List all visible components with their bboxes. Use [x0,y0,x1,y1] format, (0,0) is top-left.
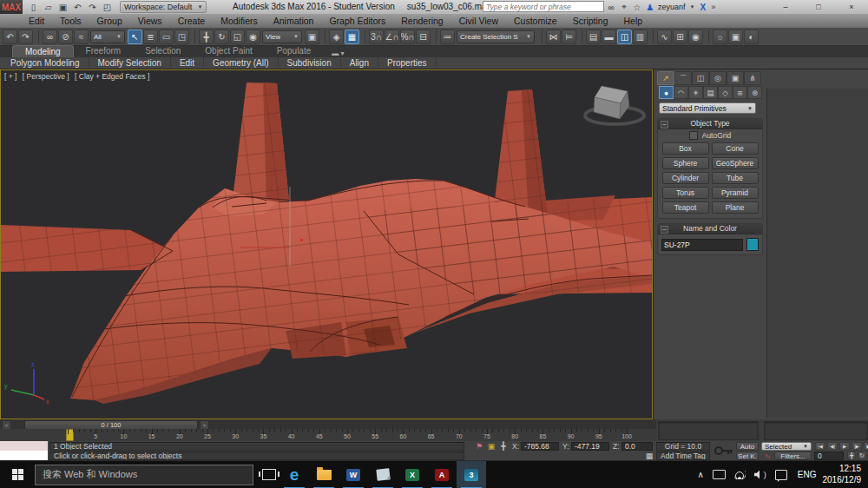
previous-frame-button[interactable]: ◀| [827,442,838,451]
scene-explorer-icon[interactable]: ◫ [617,30,632,44]
utilities-tab[interactable]: ⋔ [744,71,761,85]
open-file-icon[interactable]: ▱ [42,1,55,13]
filters-button[interactable]: Filters... [774,452,812,460]
autogrid-checkbox[interactable] [689,131,698,140]
motion-tab[interactable]: ◎ [709,71,727,85]
ribbon-section[interactable]: Subdivision [279,57,341,69]
timeline-ruler[interactable]: 5101520253035404550556065707580859095100 [0,429,656,442]
keyboard-override-icon[interactable]: ▦ [345,30,359,44]
bind-to-space-warp-icon[interactable]: ≈ [74,30,89,44]
layer-explorer-icon[interactable]: ▥ [633,30,648,44]
clock[interactable]: 12:15 2016/12/9 [823,464,862,485]
z-coordinate-field[interactable]: 0.0 [621,442,653,451]
add-time-tag[interactable]: Add Time Tag [656,452,710,460]
taskbar-excel[interactable]: X [398,461,427,488]
cameras-category[interactable]: ▤ [703,86,718,99]
primitive-button[interactable]: Cone [712,142,759,155]
transform-typein-icon[interactable]: ╋ [498,442,509,451]
object-color-swatch[interactable] [746,238,759,251]
su35-model[interactable]: z y x [1,70,652,419]
volume-icon[interactable]: ) [754,471,766,479]
ribbon-section[interactable]: Align [341,57,378,69]
select-object-icon[interactable]: ↖ [128,30,142,44]
align-icon[interactable]: ⊨ [562,30,576,44]
start-button[interactable] [0,461,35,488]
maxscript-mini-listener-white[interactable] [0,451,48,460]
collapse-icon[interactable]: – [661,121,668,129]
set-key-button[interactable]: Set K. [736,452,759,460]
auto-key-button[interactable]: Auto [736,442,759,451]
minimize-button[interactable]: – [769,0,802,14]
spinner-snap-icon[interactable]: ⊟ [416,30,431,44]
ribbon-section[interactable]: Modify Selection [89,57,171,69]
shapes-category[interactable]: ◠ [674,86,688,99]
menu-item[interactable]: Graph Editors [321,14,393,28]
curve-editor-icon[interactable]: ∿ [657,30,672,44]
use-pivot-center-icon[interactable]: ▣ [305,30,319,44]
ribbon-section[interactable]: Edit [171,57,204,69]
taskbar-3dsmax[interactable]: 3 [457,461,486,488]
render-production-icon[interactable]: ◐ [744,30,759,44]
percent-snap-icon[interactable]: %∩ [400,30,415,44]
hierarchy-tab[interactable]: ◫ [692,71,709,85]
select-and-link-icon[interactable]: ∞ [43,30,57,44]
graphite-ribbon-icon[interactable]: ▬ [602,30,616,44]
redo-icon[interactable]: ↷ [86,1,99,13]
viewport-menu-view[interactable]: [ Perspective ] [23,72,69,81]
play-button[interactable]: ▶ [839,442,850,451]
ribbon-section[interactable]: Polygon Modeling [2,57,89,69]
language-indicator[interactable]: ENG [798,470,817,479]
menu-item[interactable]: Views [130,14,170,28]
menu-item[interactable]: Animation [266,14,322,28]
task-view-button[interactable] [259,461,279,488]
taskbar-edge[interactable]: e [279,461,309,488]
action-center-icon[interactable] [775,470,787,480]
geometry-category[interactable]: ● [659,86,674,99]
menu-item[interactable]: Rendering [393,14,450,28]
favorites-icon[interactable]: ☆ [631,1,643,13]
wifi-icon[interactable] [734,471,746,479]
pan-icon[interactable]: ╋ [847,452,856,460]
tray-chevron-icon[interactable]: ∧ [698,470,704,479]
communication-center-icon[interactable]: ⌖ [618,1,630,13]
menu-item[interactable]: Scripting [565,14,616,28]
close-button[interactable]: × [835,0,868,14]
render-setup-icon[interactable]: ☼ [713,30,727,44]
viewport-menu-plus[interactable]: [ + ] [4,72,16,81]
object-type-rollout-header[interactable]: – Object Type [658,119,762,129]
helpers-category[interactable]: ◇ [718,86,733,99]
primitive-button[interactable]: Sphere [662,157,709,169]
signed-in-user[interactable]: zeyuanf [658,3,686,11]
menu-item[interactable]: Tools [52,14,89,28]
ribbon-tab[interactable]: Populate [265,45,323,57]
ribbon-tab[interactable]: Modeling [12,45,74,57]
rendered-frame-icon[interactable]: ▣ [728,30,743,44]
selection-filter-dropdown[interactable]: All▼ [90,30,125,43]
time-tag-icon[interactable]: ▦ [644,452,654,460]
maxscript-mini-listener-pink[interactable] [0,441,48,451]
toolbar-overflow-icon[interactable]: » [711,3,715,11]
taskbar-word[interactable]: W [339,461,368,488]
select-and-rotate-icon[interactable]: ↻ [214,30,229,44]
taskbar-notes[interactable] [368,461,398,488]
primitive-category-dropdown[interactable]: Standard Primitives▼ [659,102,756,114]
menu-item[interactable]: Modifiers [213,14,266,28]
taskbar-file-explorer[interactable] [309,461,339,488]
selection-lock-icon[interactable]: ▣ [486,442,496,451]
new-scene-icon[interactable]: ▯ [27,1,40,13]
viewcube[interactable] [585,86,644,124]
orbit-icon[interactable]: ↻ [858,452,866,460]
infocenter-search-input[interactable] [483,1,604,12]
select-and-manipulate-icon[interactable]: ◈ [329,30,344,44]
maximize-button[interactable]: □ [802,0,835,14]
layer-manager-icon[interactable]: ▤ [586,30,601,44]
taskbar-search-box[interactable]: 搜索 Web 和 Windows [35,465,253,485]
menu-item[interactable]: Create [170,14,214,28]
ribbon-section[interactable]: Properties [378,57,437,69]
snap-toggle-3d-icon[interactable]: 3∩ [369,30,384,44]
primitive-button[interactable]: Teapot [662,201,709,214]
menu-item[interactable]: Customize [506,14,565,28]
select-and-move-icon[interactable]: ╋ [199,30,214,44]
ribbon-tab[interactable]: Selection [133,45,193,57]
collapse-icon[interactable]: – [661,226,668,234]
